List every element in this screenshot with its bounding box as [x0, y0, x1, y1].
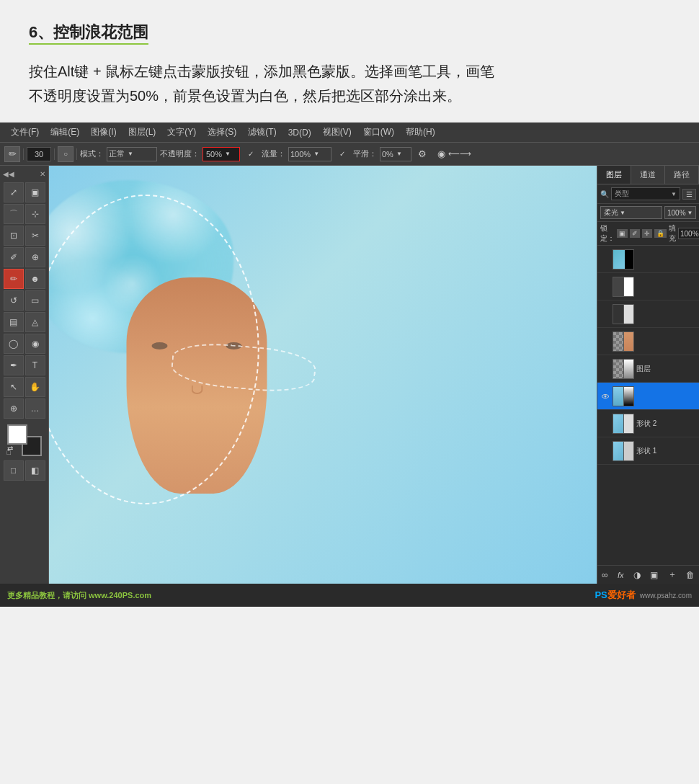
layer-item[interactable]: 图层 [597, 355, 699, 383]
layer-visibility-toggle[interactable] [600, 364, 610, 374]
opacity-panel-value: 100% [667, 209, 686, 217]
zoom-tool[interactable]: ⊕ [4, 398, 24, 419]
symmetry-icon[interactable]: ⟵⟶ [452, 146, 468, 162]
gradient-tool[interactable]: ▤ [4, 312, 24, 332]
foreground-color-swatch[interactable] [7, 424, 27, 445]
link-layers-icon[interactable]: ∞ [602, 570, 608, 580]
divider-1 [23, 148, 24, 160]
layer-item[interactable] [597, 328, 699, 355]
layer-visibility-toggle[interactable] [600, 446, 610, 456]
blur-tool[interactable]: ◉ [25, 334, 45, 354]
flow-set-icon[interactable]: ✓ [334, 146, 350, 162]
menu-layer[interactable]: 图层(L) [123, 125, 161, 140]
lock-position-icon[interactable]: ✐ [630, 229, 640, 238]
brush-tool-icon[interactable]: ✏ [4, 146, 20, 162]
opacity-panel-dropdown[interactable]: 100% ▼ [664, 206, 696, 219]
new-group-icon[interactable]: ▣ [650, 570, 658, 580]
layer-visibility-toggle[interactable] [600, 309, 610, 319]
tab-channels[interactable]: 通道 [631, 166, 665, 184]
healing-tool[interactable]: ⊕ [25, 247, 45, 267]
lasso-tool[interactable]: ⌒ [4, 204, 24, 224]
text-tool[interactable]: T [25, 355, 45, 375]
mode-buttons: □ ◧ [4, 460, 45, 481]
layer-item[interactable] [597, 273, 699, 300]
smooth-arrow: ▼ [396, 151, 402, 157]
layer-visibility-toggle[interactable] [600, 419, 610, 429]
layer-visibility-toggle[interactable] [600, 391, 610, 401]
layer-visibility-toggle[interactable] [600, 282, 610, 292]
flow-dropdown[interactable]: 100% ▼ [288, 147, 331, 161]
bucket-tool[interactable]: ◬ [25, 312, 45, 332]
standard-mode-btn[interactable]: □ [4, 460, 24, 481]
brush-tool[interactable]: ✏ [4, 269, 24, 289]
new-layer-icon[interactable]: ＋ [668, 569, 677, 581]
close-panel-icon[interactable]: ✕ [40, 170, 45, 178]
tab-paths[interactable]: 路径 [665, 166, 699, 184]
lock-art-icon[interactable]: ✛ [642, 229, 652, 238]
path-select-tool[interactable]: ↖ [4, 377, 24, 397]
eraser-tool[interactable]: ▭ [25, 290, 45, 311]
eyedropper-tool[interactable]: ✐ [4, 247, 24, 267]
menu-select[interactable]: 选择(S) [202, 125, 241, 140]
slice-tool[interactable]: ✂ [25, 226, 45, 246]
menu-3d[interactable]: 3D(D) [283, 126, 316, 139]
layer-visibility-toggle[interactable] [600, 337, 610, 347]
lock-pixels-icon[interactable]: ▣ [617, 229, 628, 238]
opacity-input[interactable]: 50% ▼ [202, 147, 240, 161]
layer-name: 形状 2 [636, 419, 696, 429]
smooth-value: 0% [382, 150, 393, 159]
layer-item[interactable]: 形状 2 [597, 410, 699, 437]
layer-thumbnail [613, 331, 634, 352]
stamp-tool[interactable]: ☻ [25, 269, 45, 289]
layer-item[interactable]: 形状 1 [597, 437, 699, 465]
mode-dropdown[interactable]: 正常 ▼ [107, 147, 157, 161]
layer-visibility-toggle[interactable] [600, 254, 610, 264]
fx-icon[interactable]: fx [618, 571, 624, 579]
tab-layers[interactable]: 图层 [597, 166, 631, 184]
menu-image[interactable]: 图像(I) [86, 125, 121, 140]
move-tool[interactable]: ⤢ [4, 182, 24, 202]
menu-window[interactable]: 窗口(W) [358, 125, 399, 140]
menu-type[interactable]: 文字(Y) [162, 125, 201, 140]
menu-file[interactable]: 文件(F) [6, 125, 44, 140]
collapse-left-icon[interactable]: ◀◀ [3, 170, 14, 178]
brush-size-input[interactable]: 30 [27, 147, 51, 161]
history-brush-tool[interactable]: ↺ [4, 290, 24, 311]
panel-tabs: 图层 通道 路径 [597, 166, 699, 184]
layer-item[interactable] [597, 300, 699, 328]
brush-preset-icon[interactable]: ○ [58, 146, 74, 162]
layer-item-active[interactable] [597, 383, 699, 410]
hand-tool[interactable]: ✋ [25, 377, 45, 397]
search-filter-btn[interactable]: ☰ [682, 189, 696, 200]
smooth-settings-icon[interactable]: ⚙ [414, 146, 430, 162]
magic-wand-tool[interactable]: ⊹ [25, 204, 45, 224]
menu-filter[interactable]: 滤镜(T) [243, 125, 281, 140]
opacity-set-icon[interactable]: ✓ [243, 146, 259, 162]
menu-edit[interactable]: 编辑(E) [45, 125, 84, 140]
smooth-dropdown[interactable]: 0% ▼ [380, 147, 411, 161]
promo-label: 更多精品教程，请访问 www.240PS.com [7, 591, 151, 600]
menu-view[interactable]: 视图(V) [318, 125, 357, 140]
fill-label: 填充 [669, 223, 676, 244]
lock-all-icon[interactable]: 🔒 [654, 229, 667, 238]
marquee-tool[interactable]: ▣ [25, 182, 45, 202]
delete-layer-icon[interactable]: 🗑 [686, 570, 695, 580]
mask-thumb [623, 442, 633, 460]
layer-item[interactable] [597, 246, 699, 273]
canvas-area[interactable] [49, 166, 597, 584]
crop-tool[interactable]: ⊡ [4, 226, 24, 246]
add-mask-icon[interactable]: ◑ [633, 570, 641, 580]
dodge-tool[interactable]: ◯ [4, 334, 24, 354]
layer-thumbnail [613, 441, 634, 461]
blend-mode-dropdown[interactable]: 柔光 ▼ [600, 206, 662, 219]
search-type-label: 类型 [615, 189, 629, 199]
pen-tool[interactable]: ✒ [4, 355, 24, 375]
menu-help[interactable]: 帮助(H) [401, 125, 440, 140]
fill-input[interactable]: 100% [678, 228, 699, 239]
quick-mask-btn[interactable]: ◧ [25, 460, 45, 481]
default-colors-icon[interactable]: □ [7, 449, 11, 456]
lock-label: 锁定： [600, 223, 615, 244]
left-eye [152, 342, 168, 349]
extra-tool[interactable]: … [25, 398, 45, 419]
pressure-icon[interactable]: ◉ [433, 146, 449, 162]
